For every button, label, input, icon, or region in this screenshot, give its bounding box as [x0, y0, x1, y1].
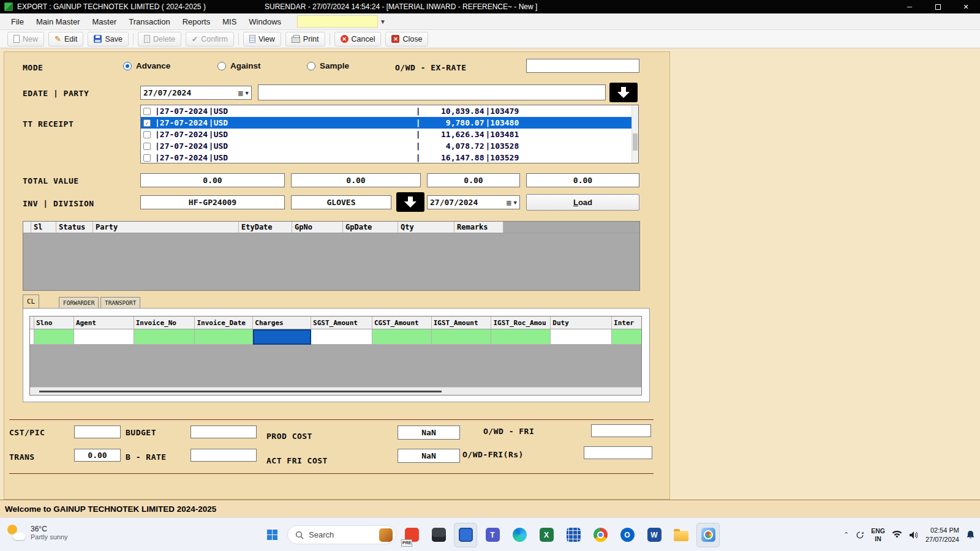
taskbar-app-file-explorer[interactable] [669, 523, 693, 547]
quick-search-input[interactable] [297, 15, 378, 28]
search-highlights-icon[interactable] [379, 528, 393, 542]
mode-radio-advance[interactable]: Advance [123, 61, 170, 70]
weather-widget[interactable]: 36°C Partly sunny [6, 523, 68, 542]
cst-pic-input[interactable] [74, 425, 121, 438]
cell-duty[interactable] [551, 329, 612, 345]
clock[interactable]: 02:54 PM 27/07/2024 [925, 526, 959, 544]
delete-button[interactable]: Delete [138, 32, 181, 47]
taskbar-app-dark-window[interactable] [427, 523, 450, 547]
row-selector-cell[interactable] [30, 329, 34, 345]
taskbar-app-edge[interactable] [508, 523, 531, 547]
language-indicator[interactable]: ENG IN [871, 527, 885, 542]
cell-igst-amount[interactable] [432, 329, 492, 345]
tt-receipt-row[interactable]: |27-07-2024|USD|4,078.72|103528 [141, 140, 638, 152]
notification-bell-icon[interactable] [966, 530, 975, 540]
row-checkbox[interactable] [143, 108, 151, 115]
calendar-icon[interactable]: ▦ [507, 199, 511, 206]
close-window-button[interactable]: ✕Close [385, 32, 428, 47]
division-input[interactable] [291, 195, 391, 209]
cell-cgst-amount[interactable] [372, 329, 432, 345]
taskbar-app-teams[interactable] [481, 523, 504, 547]
mode-radio-sample[interactable]: Sample [307, 61, 349, 70]
trans-input[interactable] [74, 449, 121, 462]
tt-receipt-row[interactable]: |27-07-2024|USD|16,147.88|103529 [141, 152, 638, 163]
load-date-picker[interactable]: 27/07/2024 ▦ ▼ [427, 195, 520, 209]
volume-icon[interactable] [909, 531, 919, 539]
mode-radio-against[interactable]: Against [217, 61, 261, 70]
cell-inter[interactable] [612, 329, 641, 345]
tt-receipt-row[interactable]: |27-07-2024|USD|11,626.34|103481 [141, 129, 638, 140]
wifi-icon[interactable] [892, 531, 902, 539]
total-value-3[interactable] [427, 173, 520, 187]
print-button[interactable]: Print [285, 32, 325, 47]
minimize-button[interactable]: ─ [895, 0, 924, 13]
edit-button[interactable]: ✎Edit [48, 32, 83, 47]
search-box[interactable]: Search [287, 525, 396, 544]
chevron-down-icon[interactable]: ▼ [511, 200, 519, 206]
calendar-icon[interactable]: ▦ [238, 89, 243, 97]
taskbar-app-pre[interactable]: PRE [400, 523, 423, 547]
cell-igst-roc-amount[interactable] [491, 329, 551, 345]
menu-windows[interactable]: Windows [243, 15, 287, 29]
taskbar-app-outlook[interactable] [616, 523, 639, 547]
menu-master[interactable]: Master [86, 15, 123, 29]
scrollbar-thumb[interactable] [39, 391, 442, 392]
sync-icon[interactable] [856, 531, 864, 539]
tt-receipt-row[interactable]: |27-07-2024|USD|10,839.84|103479 [141, 105, 638, 117]
cell-charges-selected[interactable] [253, 329, 311, 345]
listbox-scrollbar[interactable] [631, 105, 638, 163]
load-button[interactable]: Load [526, 194, 639, 211]
division-load-arrow-button[interactable] [396, 192, 424, 212]
tt-receipt-row-selected[interactable]: |27-07-2024|USD|9,780.07|103480 [141, 117, 638, 129]
view-button[interactable]: View [243, 32, 281, 47]
total-value-2[interactable] [291, 173, 421, 187]
chevron-down-icon[interactable]: ▼ [243, 90, 251, 96]
maximize-button[interactable] [924, 0, 952, 13]
confirm-button[interactable]: ✓Confirm [186, 32, 234, 47]
cell-invoice-no[interactable] [134, 329, 195, 345]
taskbar-app-chrome[interactable] [589, 523, 612, 547]
close-button[interactable]: ✕ [952, 0, 980, 13]
menu-main-master[interactable]: Main Master [30, 15, 86, 29]
taskbar-app-word[interactable] [643, 523, 666, 547]
act-fri-cost-input[interactable] [398, 449, 460, 463]
cell-invoice-date[interactable] [195, 329, 253, 345]
row-checkbox[interactable] [143, 143, 151, 150]
tray-chevron-up-icon[interactable]: ⌃ [843, 531, 849, 539]
menu-transaction[interactable]: Transaction [123, 15, 176, 29]
tab-cl[interactable]: CL [23, 294, 39, 309]
owd-fri-input[interactable] [591, 424, 651, 437]
party-load-arrow-button[interactable] [609, 83, 638, 102]
tab-forwarder[interactable]: FORWARDER [59, 297, 99, 309]
prod-cost-input[interactable] [398, 425, 460, 440]
total-value-4[interactable] [526, 173, 639, 187]
budget-input[interactable] [190, 425, 257, 438]
exrate-input[interactable] [526, 59, 639, 73]
start-button[interactable] [260, 523, 284, 547]
cell-agent[interactable] [74, 329, 134, 345]
menu-reports[interactable]: Reports [176, 15, 217, 29]
taskbar-app-photos[interactable] [696, 523, 720, 547]
taskbar-app-excel[interactable] [535, 523, 558, 547]
horizontal-scrollbar[interactable] [30, 387, 641, 395]
cell-slno[interactable] [34, 329, 74, 345]
new-button[interactable]: New [7, 32, 44, 47]
b-rate-input[interactable] [190, 449, 257, 462]
cell-sgst-amount[interactable] [311, 329, 372, 345]
row-checkbox[interactable] [143, 131, 151, 138]
party-input[interactable] [258, 84, 606, 100]
menu-file[interactable]: File [5, 15, 30, 29]
scrollbar-thumb[interactable] [633, 133, 638, 151]
menu-mis[interactable]: MIS [216, 15, 243, 29]
edate-picker[interactable]: 27/07/2024 ▦ ▼ [140, 86, 252, 100]
quick-search-caret-icon[interactable]: ▼ [380, 18, 386, 25]
cancel-button[interactable]: ✕Cancel [334, 32, 382, 47]
taskbar-app-erp[interactable] [454, 523, 477, 547]
row-checkbox-checked[interactable] [143, 119, 151, 127]
owd-fri-rs-input[interactable] [584, 446, 652, 459]
total-value-1[interactable] [140, 173, 285, 187]
taskbar-app-table[interactable] [562, 523, 585, 547]
invoice-input[interactable] [140, 195, 285, 209]
save-button[interactable]: Save [88, 32, 129, 47]
tab-transport[interactable]: TRANSPORT [100, 297, 140, 309]
